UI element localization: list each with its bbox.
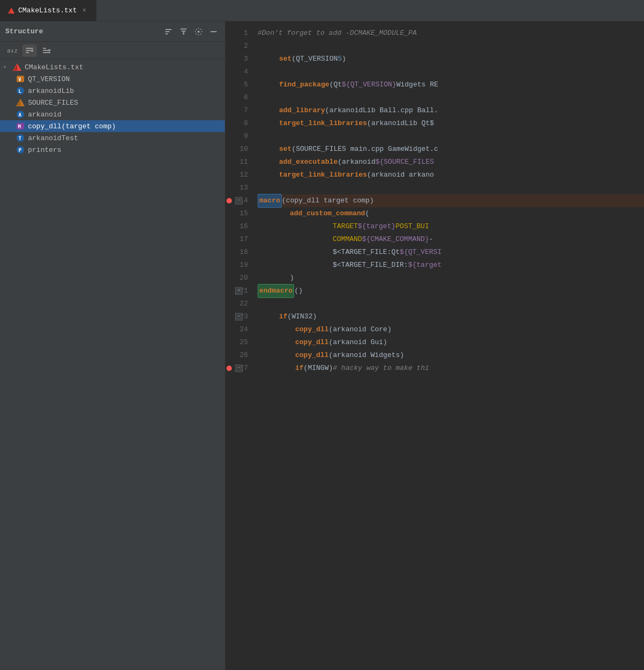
sidebar-title: Structure xyxy=(5,27,43,35)
settings-toolbar-button[interactable] xyxy=(193,26,204,38)
tree-label-source-files: SOURCE_FILES xyxy=(28,99,78,107)
line-num-2: 2 xyxy=(225,40,252,53)
tab-label: CMakeLists.txt xyxy=(18,6,77,14)
keyword-if-23: if xyxy=(279,310,288,323)
code-editor[interactable]: 1 2 3 4 5 6 7 8 9 10 11 12 13 14 15 16 xyxy=(225,21,644,670)
genexpr-19: $<TARGET_FILE_DIR: xyxy=(333,259,408,272)
line-num-1: 1 xyxy=(225,27,252,40)
main-layout: Structure xyxy=(0,21,644,670)
tab-bar: CMakeLists.txt × xyxy=(0,0,644,21)
tab-cmakelists[interactable]: CMakeLists.txt × xyxy=(0,0,97,21)
close-paren-20: ) xyxy=(290,272,294,285)
keyword-tll-8: target_link_libraries xyxy=(279,117,367,130)
tree-label-printers: printers xyxy=(28,146,61,154)
svg-rect-4 xyxy=(165,33,168,34)
fold-marker-14[interactable] xyxy=(235,197,243,205)
tree-label-root: CMakeLists.txt xyxy=(25,63,83,71)
tree-item-arkanoid[interactable]: A arkanoid xyxy=(0,108,225,120)
fold-marker-27[interactable] xyxy=(235,365,243,372)
svg-marker-1 xyxy=(9,8,11,13)
code-line-16: TARGET ${target} POST_BUI xyxy=(258,220,644,233)
line-num-12: 12 xyxy=(225,169,252,181)
sort-bar: a↕z xyxy=(0,42,225,59)
code-line-24: copy_dll(arkanoid Core) xyxy=(258,323,644,336)
sort-az-button[interactable]: a↕z xyxy=(5,45,19,56)
code-line-18: $<TARGET_FILE:Qt${QT_VERSI xyxy=(258,246,644,259)
code-line-11: add_executable(arkanoid ${SOURCE_FILES xyxy=(258,156,644,169)
target-kw-16: TARGET xyxy=(333,220,358,233)
svg-text:L: L xyxy=(19,89,22,94)
svg-rect-12 xyxy=(26,48,33,49)
sort-up-button[interactable] xyxy=(23,45,36,56)
fold-marker-23[interactable] xyxy=(235,313,243,321)
code-line-26: copy_dll(arkanoid Widgets) xyxy=(258,349,644,362)
command-kw-17: COMMAND xyxy=(333,233,362,246)
tree-item-source-files[interactable]: SOURCE_FILES xyxy=(0,97,225,108)
tree-item-arkanoid-test[interactable]: T arkanoidTest xyxy=(0,132,225,144)
line-num-9: 9 xyxy=(225,130,252,143)
svg-point-9 xyxy=(197,31,200,33)
sort-down-button[interactable] xyxy=(40,45,54,56)
line-num-26: 26 xyxy=(225,349,252,362)
keyword-copydll-25: copy_dll xyxy=(295,336,328,349)
exe-orange-icon: P xyxy=(16,145,25,154)
line-num-24: 24 xyxy=(225,323,252,336)
svg-rect-2 xyxy=(165,29,172,30)
tree-item-printers[interactable]: P printers xyxy=(0,144,225,156)
code-line-2 xyxy=(258,40,644,53)
code-line-20: ) xyxy=(258,272,644,285)
svg-text:a↕z: a↕z xyxy=(7,47,18,54)
line-num-27: 27 xyxy=(225,362,252,375)
code-line-7: add_library(arkanoidLib Ball.cpp Ball. xyxy=(258,104,644,117)
code-line-25: copy_dll(arkanoid Gui) xyxy=(258,336,644,349)
keyword-addcustom-15: add_custom_command xyxy=(290,207,365,220)
line-numbers: 1 2 3 4 5 6 7 8 9 10 11 12 13 14 15 16 xyxy=(225,21,252,670)
code-line-17: COMMAND ${CMAKE_COMMAND} - xyxy=(258,233,644,246)
line-num-21: 21 xyxy=(225,285,252,297)
keyword-endmacro-21: endmacro xyxy=(258,284,294,298)
breakpoint-27[interactable] xyxy=(226,366,232,371)
tree-label-qt-version: QT_VERSION xyxy=(28,75,70,83)
svg-text:P: P xyxy=(19,148,22,153)
keyword-copydll-26: copy_dll xyxy=(295,349,328,362)
line-num-6: 6 xyxy=(225,91,252,104)
svg-marker-21 xyxy=(14,64,17,70)
minimize-panel-button[interactable] xyxy=(208,26,219,38)
tree-item-copy-dll[interactable]: M copy_dll(target comp) xyxy=(0,120,225,132)
structure-panel: Structure xyxy=(0,21,225,670)
filter-toolbar-button[interactable] xyxy=(178,26,189,38)
code-line-19: $<TARGET_FILE_DIR:${target xyxy=(258,259,644,272)
sort-toolbar-button[interactable] xyxy=(163,26,174,38)
code-line-21: endmacro() xyxy=(258,285,644,297)
fold-marker-21[interactable] xyxy=(235,287,243,295)
tree-label-arkanoid: arkanoid xyxy=(28,111,61,119)
svg-rect-18 xyxy=(43,52,50,53)
keyword-if-27: if xyxy=(295,362,304,375)
line-num-7: 7 xyxy=(225,104,252,117)
code-line-9 xyxy=(258,130,644,143)
tree-item-qt-version[interactable]: V QT_VERSION xyxy=(0,73,225,85)
breakpoint-14[interactable] xyxy=(226,198,232,203)
code-area: 1 2 3 4 5 6 7 8 9 10 11 12 13 14 15 16 xyxy=(225,21,644,670)
keyword-findpkg-5: find_package xyxy=(279,78,330,91)
var-orange2-icon xyxy=(16,98,25,107)
tab-close-button[interactable]: × xyxy=(80,6,89,15)
code-content[interactable]: #Don't forget to add -DCMAKE_MODULE_PA s… xyxy=(252,21,644,670)
line-num-20: 20 xyxy=(225,272,252,285)
svg-text:A: A xyxy=(19,112,22,118)
line-num-11: 11 xyxy=(225,156,252,169)
tree-item-arkanoid-lib[interactable]: L arkanoidLib xyxy=(0,85,225,97)
line-num-13: 13 xyxy=(225,181,252,194)
line-num-16: 16 xyxy=(225,220,252,233)
line-num-15: 15 xyxy=(225,207,252,220)
tree-item-root[interactable]: ▾ CMakeLists.txt xyxy=(0,61,225,73)
sidebar-header: Structure xyxy=(0,21,225,42)
code-line-3: set(QT_VERSION 5) xyxy=(258,53,644,65)
genexpr-18: $<TARGET_FILE:Qt xyxy=(333,246,400,259)
code-line-22 xyxy=(258,297,644,310)
tree-label-copy-dll: copy_dll(target comp) xyxy=(28,122,116,130)
sidebar-tree: ▾ CMakeLists.txt V QT_VERSION xyxy=(0,59,225,670)
code-line-10: set(SOURCE_FILES main.cpp GameWidget.c xyxy=(258,143,644,156)
code-line-27: if (MINGW) # hacky way to make thi xyxy=(258,362,644,375)
cmake-tab-icon xyxy=(8,7,15,14)
